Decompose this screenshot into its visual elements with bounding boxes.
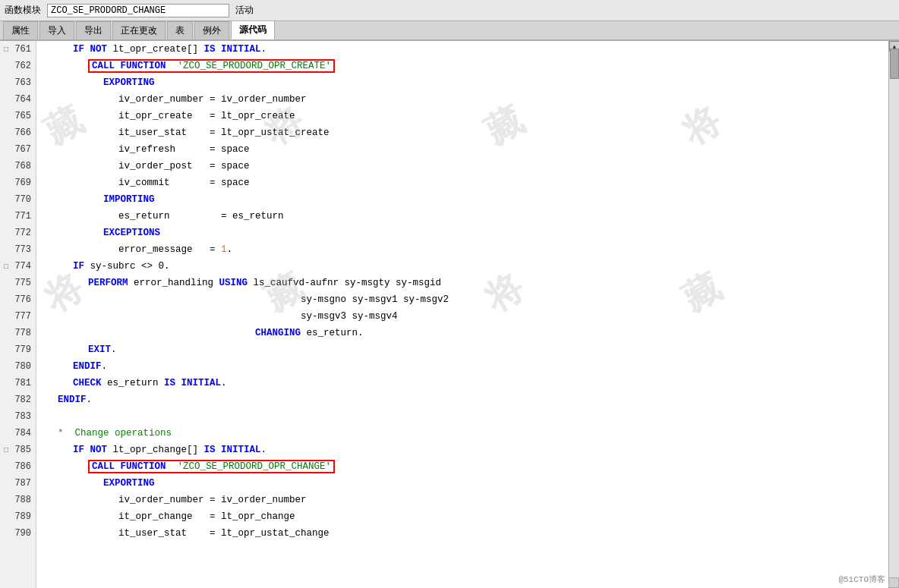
code-line-764: iv_order_number = iv_order_number — [43, 91, 888, 108]
code-line-774: IF sy-subrc <> 0. — [43, 258, 888, 275]
line-num-772: 772 — [0, 225, 36, 241]
code-line-768: iv_order_post = space — [43, 158, 888, 175]
scrollbar-vertical[interactable]: ▲ ▼ — [888, 41, 899, 588]
code-line-788: iv_order_number = iv_order_number — [43, 492, 888, 508]
code-line-785: IF NOT lt_opr_change [] IS INITIAL . — [43, 442, 888, 458]
line-num-788: 788 — [0, 492, 36, 508]
line-num-790: 790 — [0, 525, 36, 542]
expand-icon-761[interactable]: □ — [2, 45, 11, 54]
line-num-767: 767 — [0, 141, 36, 158]
line-num-766: 766 — [0, 124, 36, 141]
kw-changing: CHANGING — [255, 328, 301, 338]
code-line-784: * Change operations — [43, 425, 888, 442]
code-line-778: CHANGING es_return. — [43, 325, 888, 341]
module-label: 函数模块 — [5, 4, 41, 17]
line-num-763: 763 — [0, 74, 36, 91]
code-line-767: iv_refresh = space — [43, 141, 888, 158]
code-line-786: CALL FUNCTION 'ZCO_SE_PRODORD_OPR_CHANGE… — [43, 458, 888, 475]
call-function-box-1: CALL FUNCTION 'ZCO_SE_PRODORD_OPR_CREATE… — [88, 59, 335, 73]
line-num-782: 782 — [0, 391, 36, 408]
tab-export[interactable]: 导出 — [76, 21, 111, 39]
blog-tag: @51CTO博客 — [838, 574, 885, 585]
line-num-783: 783 — [0, 408, 36, 425]
scrollbar-thumb[interactable] — [890, 49, 899, 79]
module-name-input[interactable] — [47, 4, 229, 17]
code-line-776: sy-msgno sy-msgv1 sy-msgv2 — [43, 291, 888, 308]
line-num-776: 776 — [0, 291, 36, 308]
line-num-775: 775 — [0, 275, 36, 291]
line-num-771: 771 — [0, 208, 36, 225]
tab-attributes[interactable]: 属性 — [3, 21, 38, 39]
code-line-777: sy-msgv3 sy-msgv4 — [43, 308, 888, 325]
code-line-773: error_message = 1 . — [43, 241, 888, 258]
expand-icon-774[interactable]: □ — [2, 262, 11, 271]
line-num-769: 769 — [0, 175, 36, 191]
line-num-786: 786 — [0, 458, 36, 475]
code-line-761: IF NOT lt_opr_create [] IS INITIAL . — [43, 41, 888, 58]
code-line-775: PERFORM error_handling USING ls_caufvd-a… — [43, 275, 888, 291]
line-num-779: 779 — [0, 341, 36, 358]
tab-changing[interactable]: 正在更改 — [112, 21, 166, 39]
module-status: 活动 — [235, 4, 254, 17]
tab-source-code[interactable]: 源代码 — [231, 20, 275, 39]
line-num-778: 778 — [0, 325, 36, 341]
code-line-789: it_opr_change = lt_opr_change — [43, 508, 888, 525]
code-line-779: EXIT . — [43, 341, 888, 358]
code-line-771: es_return = es_return — [43, 208, 888, 225]
code-area: 藏 将 藏 将 将 藏 将 藏 □ 761 762 763 764 765 76… — [0, 41, 899, 588]
code-line-783 — [43, 408, 888, 425]
line-num-773: 773 — [0, 241, 36, 258]
line-num-765: 765 — [0, 108, 36, 124]
line-num-762: 762 — [0, 58, 36, 74]
line-num-770: 770 — [0, 191, 36, 208]
code-line-787: EXPORTING — [43, 475, 888, 492]
top-bar: 函数模块 活动 — [0, 0, 899, 21]
line-num-784: 784 — [0, 425, 36, 442]
line-num-777: 777 — [0, 308, 36, 325]
line-num-761: □ 761 — [0, 41, 36, 58]
kw-if-not: IF NOT — [73, 44, 107, 55]
line-num-764: 764 — [0, 91, 36, 108]
code-line-781: CHECK es_return IS INITIAL . — [43, 375, 888, 391]
code-line-765: it_opr_create = lt_opr_create — [43, 108, 888, 124]
code-line-769: iv_commit = space — [43, 175, 888, 191]
line-num-789: 789 — [0, 508, 36, 525]
tab-table[interactable]: 表 — [167, 21, 193, 39]
line-num-781: 781 — [0, 375, 36, 391]
call-function-box-2: CALL FUNCTION 'ZCO_SE_PRODORD_OPR_CHANGE… — [88, 460, 335, 473]
line-num-774: □ 774 — [0, 258, 36, 275]
corner-square — [888, 577, 899, 588]
code-line-782: ENDIF . — [43, 391, 888, 408]
tab-bar: 属性 导入 导出 正在更改 表 例外 源代码 — [0, 21, 899, 41]
line-numbers: □ 761 762 763 764 765 766 767 768 769 77… — [0, 41, 36, 588]
line-num-785: □ 785 — [0, 442, 36, 458]
code-line-762: CALL FUNCTION 'ZCO_SE_PRODORD_OPR_CREATE… — [43, 58, 888, 74]
code-line-766: it_user_stat = lt_opr_ustat_create — [43, 124, 888, 141]
code-line-790: it_user_stat = lt_opr_ustat_change — [43, 525, 888, 542]
code-content: IF NOT lt_opr_create [] IS INITIAL . CAL… — [36, 41, 888, 588]
tab-exceptions[interactable]: 例外 — [194, 21, 229, 39]
line-num-768: 768 — [0, 158, 36, 175]
line-num-780: 780 — [0, 358, 36, 375]
code-line-770: IMPORTING — [43, 191, 888, 208]
code-line-763: EXPORTING — [43, 74, 888, 91]
line-num-787: 787 — [0, 475, 36, 492]
code-line-772: EXCEPTIONS — [43, 225, 888, 241]
expand-icon-785[interactable]: □ — [2, 445, 11, 454]
code-line-780: ENDIF . — [43, 358, 888, 375]
tab-import[interactable]: 导入 — [39, 21, 74, 39]
